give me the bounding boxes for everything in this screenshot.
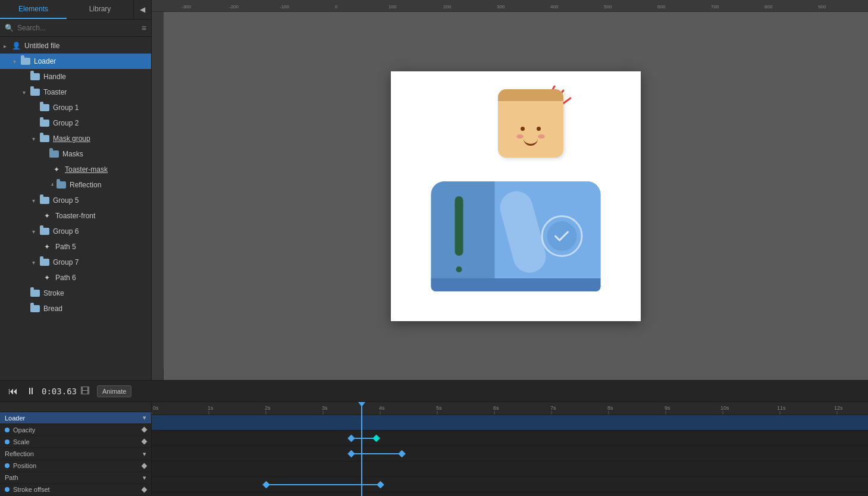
tl-label-strokeoffset[interactable]: Stroke offset bbox=[0, 484, 151, 496]
timeline-tracks-container: 0s 1s 2s 3s 4s 5s 6s 7s bbox=[152, 402, 868, 496]
toast-cheek-right bbox=[538, 134, 545, 139]
svg-text:600: 600 bbox=[657, 4, 666, 10]
diamond-icon-strokeoffset[interactable] bbox=[142, 486, 148, 492]
film-icon[interactable]: 🎞 bbox=[80, 386, 90, 397]
animate-button[interactable]: Animate bbox=[97, 385, 131, 397]
tab-library[interactable]: Library bbox=[67, 0, 133, 19]
track-position[interactable] bbox=[152, 477, 868, 492]
layer-item-maskgroup[interactable]: Mask group bbox=[0, 131, 151, 146]
number-icon: ⁴ bbox=[51, 182, 54, 189]
tl-label-reflection[interactable]: Reflection ▾ bbox=[0, 448, 151, 460]
pause-button[interactable]: ⏸ bbox=[24, 385, 38, 398]
layer-label-group5: Group 5 bbox=[53, 196, 79, 205]
track-scale[interactable] bbox=[152, 446, 868, 462]
tl-label-position[interactable]: Position bbox=[0, 460, 151, 472]
tab-elements[interactable]: Elements bbox=[0, 0, 67, 19]
layer-item-group7[interactable]: Group 7 bbox=[0, 255, 151, 270]
layer-item-loader[interactable]: Loader bbox=[0, 54, 151, 69]
diamond-icon-position[interactable] bbox=[142, 463, 148, 469]
toast-bread bbox=[498, 89, 563, 158]
folder-icon-masks bbox=[49, 149, 59, 159]
layer-label-bread: Bread bbox=[43, 304, 62, 313]
folder-icon-handle bbox=[30, 71, 40, 82]
track-reflection[interactable] bbox=[152, 462, 868, 477]
playhead-ruler bbox=[361, 402, 362, 415]
skip-back-button[interactable]: ⏮ bbox=[6, 385, 20, 398]
toast-eye-left bbox=[521, 127, 525, 131]
layer-item-toastermask[interactable]: ✦ Toaster-mask bbox=[0, 162, 151, 177]
layer-label-group6: Group 6 bbox=[53, 227, 79, 236]
tl-dropdown-path[interactable]: ▾ bbox=[143, 474, 146, 482]
track-loader[interactable] bbox=[152, 415, 868, 431]
timeline-labels: Loader ▾ Opacity Scale Reflection ▾ Posi… bbox=[0, 402, 152, 496]
layer-label-stroke: Stroke bbox=[43, 289, 64, 297]
dial-check-icon bbox=[554, 230, 571, 243]
tl-label-text-opacity: Opacity bbox=[13, 426, 142, 434]
search-input[interactable] bbox=[17, 24, 138, 32]
collapse-sidebar-btn[interactable]: ◀ bbox=[133, 0, 151, 19]
layer-item-path5[interactable]: ✦ Path 5 bbox=[0, 239, 151, 255]
folder-icon-reflection bbox=[56, 180, 67, 190]
svg-text:400: 400 bbox=[550, 4, 559, 10]
tl-label-text-strokeoffset: Stroke offset bbox=[13, 486, 142, 493]
layer-item-reflection-mask[interactable]: ⁴ Reflection bbox=[0, 177, 151, 193]
svg-text:500: 500 bbox=[604, 4, 612, 10]
layer-item-toasterfront[interactable]: ✦ Toaster-front bbox=[0, 208, 151, 224]
opacity-kf2[interactable] bbox=[372, 434, 380, 442]
timeline-controls: ⏮ ⏸ 0:03.63 🎞 Animate bbox=[0, 381, 868, 402]
artboard[interactable] bbox=[391, 71, 641, 321]
diamond-icon-opacity[interactable] bbox=[142, 427, 148, 433]
layer-item-untitled[interactable]: ▸ 👤 Untitled file bbox=[0, 38, 151, 54]
opacity-kf1[interactable] bbox=[347, 434, 355, 442]
main-area: Elements Library ◀ 🔍 ≡ ▸ 👤 Untitled file bbox=[0, 0, 868, 380]
svg-text:-100: -100 bbox=[280, 4, 290, 10]
svg-text:7s: 7s bbox=[550, 405, 556, 411]
toaster-right-section bbox=[495, 181, 601, 291]
sidebar: Elements Library ◀ 🔍 ≡ ▸ 👤 Untitled file bbox=[0, 0, 152, 380]
svg-text:0: 0 bbox=[335, 4, 338, 10]
layer-item-group5[interactable]: Group 5 bbox=[0, 193, 151, 208]
svg-text:4s: 4s bbox=[379, 405, 385, 411]
toast-cheek-left bbox=[516, 134, 524, 139]
layer-item-group1[interactable]: ▸ Group 1 bbox=[0, 100, 151, 115]
layer-label-group7: Group 7 bbox=[53, 258, 79, 266]
track-opacity[interactable] bbox=[152, 431, 868, 446]
scale-kf2[interactable] bbox=[398, 450, 406, 457]
position-kf1[interactable] bbox=[262, 481, 270, 488]
layer-item-toaster[interactable]: Toaster bbox=[0, 84, 151, 100]
star-icon-path6: ✦ bbox=[42, 272, 52, 283]
layer-list: ▸ 👤 Untitled file Loader ▸ Handle bbox=[0, 37, 151, 380]
filter-icon[interactable]: ≡ bbox=[142, 23, 146, 33]
layer-item-handle[interactable]: ▸ Handle bbox=[0, 69, 151, 84]
tl-label-opacity[interactable]: Opacity bbox=[0, 424, 151, 436]
layer-label-maskgroup: Mask group bbox=[53, 134, 90, 143]
layer-label-masks: Masks bbox=[62, 150, 83, 158]
layer-item-group2[interactable]: ▸ Group 2 bbox=[0, 115, 151, 131]
folder-icon-bread bbox=[30, 303, 40, 314]
toaster-dial bbox=[541, 215, 583, 257]
svg-text:900: 900 bbox=[818, 4, 826, 10]
tracks-area bbox=[152, 415, 868, 496]
layer-item-bread[interactable]: ▸ Bread bbox=[0, 301, 151, 316]
scale-kf1[interactable] bbox=[347, 450, 355, 457]
svg-text:-300: -300 bbox=[181, 4, 192, 10]
search-icon: 🔍 bbox=[5, 24, 14, 32]
layer-item-masks[interactable]: ▸ Masks bbox=[0, 146, 151, 162]
diamond-icon-scale[interactable] bbox=[142, 439, 148, 445]
layer-item-stroke[interactable]: ▸ Stroke bbox=[0, 285, 151, 301]
tl-label-loader[interactable]: Loader ▾ bbox=[0, 412, 151, 424]
tl-label-path[interactable]: Path ▾ bbox=[0, 472, 151, 484]
tl-label-text-reflection: Reflection bbox=[5, 450, 143, 457]
svg-text:10s: 10s bbox=[720, 405, 729, 411]
layer-item-group6[interactable]: Group 6 bbox=[0, 224, 151, 239]
track-path[interactable] bbox=[152, 492, 868, 496]
layer-label: Untitled file bbox=[24, 42, 59, 50]
folder-icon-stroke bbox=[30, 288, 40, 299]
dial-face bbox=[547, 221, 577, 251]
position-kf2[interactable] bbox=[377, 481, 384, 488]
tl-dropdown-reflection[interactable]: ▾ bbox=[143, 450, 146, 458]
layer-item-path6[interactable]: ✦ Path 6 bbox=[0, 270, 151, 285]
svg-rect-0 bbox=[152, 0, 868, 12]
tl-dropdown-loader[interactable]: ▾ bbox=[143, 414, 146, 422]
tl-label-scale[interactable]: Scale bbox=[0, 436, 151, 448]
